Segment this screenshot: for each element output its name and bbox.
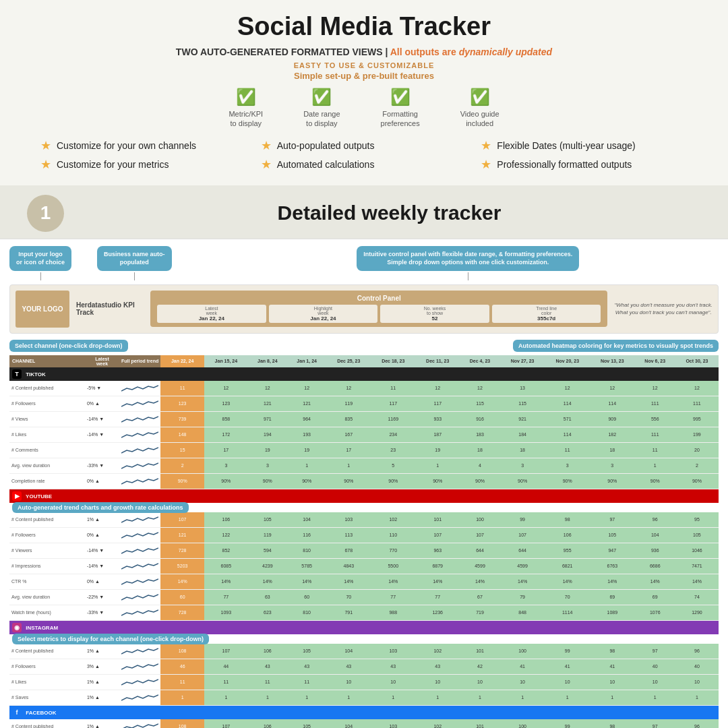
data-cell: 1290 [675, 605, 719, 620]
star-icon-3: ★ [481, 138, 491, 153]
connector-logo [40, 272, 41, 280]
data-cell: 4843 [326, 558, 371, 574]
data-cell: 107 [500, 527, 545, 543]
th-oct30: Oct 30, 23 [675, 355, 719, 367]
metric-name: # Likes [9, 674, 85, 690]
star-icon-2: ★ [261, 138, 272, 153]
data-cell: 18 [500, 442, 545, 458]
cp-field-color[interactable]: Trend linecolor 355c7d [492, 305, 601, 323]
check-icon-date: ✅ [311, 88, 332, 107]
data-cell: 114 [590, 396, 635, 411]
data-cell: 1 [326, 690, 371, 705]
data-cell: 19 [287, 442, 326, 458]
change-cell: 0% ▲ [85, 473, 119, 489]
data-cell: 74 [675, 589, 719, 605]
data-cell: 60 [160, 589, 204, 605]
trend-chart [119, 473, 160, 489]
channel-select-row: Select channel (one-click drop-down) Aut… [9, 338, 719, 354]
data-cell: 114 [545, 396, 590, 411]
cp-field-highlight[interactable]: Highlightweek Jan 22, 24 [269, 305, 378, 323]
data-cell: 6686 [635, 558, 675, 574]
data-cell: 96 [675, 719, 719, 728]
data-cell: 4599 [460, 558, 500, 574]
th-latest: Latestweek [85, 355, 119, 367]
star-icon-5: ★ [261, 157, 272, 172]
data-cell: 835 [326, 411, 371, 427]
icon-item-video: ✅ Video guideincluded [460, 88, 499, 129]
change-cell: 0% ▲ [85, 574, 119, 589]
control-panel-box: Control Panel Latestweek Jan 22, 24 High… [150, 291, 607, 327]
data-cell: 95 [675, 512, 719, 528]
data-cell: 7471 [675, 558, 719, 574]
table-row: # Content published 1% ▲ 108107106105104… [9, 719, 719, 728]
data-cell: 12 [545, 381, 590, 396]
data-cell: 105 [287, 719, 326, 728]
data-cell: 10 [590, 674, 635, 690]
data-cell: 14% [500, 574, 545, 589]
data-cell: 995 [675, 411, 719, 427]
check-icon-metric: ✅ [236, 88, 256, 107]
data-cell: 148 [160, 427, 204, 442]
data-cell: 3 [248, 458, 287, 473]
check-icon-format: ✅ [390, 88, 411, 107]
data-cell: 104 [326, 644, 371, 659]
data-cell: 10 [545, 674, 590, 690]
data-cell: 103 [326, 512, 371, 528]
icon-item-metric: ✅ Metric/KPIto display [229, 88, 263, 129]
trend-chart [119, 690, 160, 705]
data-cell: 106 [248, 719, 287, 728]
metric-name: # Content published [9, 381, 85, 396]
data-cell: 3 [500, 458, 545, 473]
change-cell: -14% ▼ [85, 411, 119, 427]
metrics-select-annotation-row: Select metrics to display for each chann… [9, 634, 719, 644]
data-cell: 43 [415, 659, 460, 674]
cp-fields: Latestweek Jan 22, 24 Highlightweek Jan … [157, 305, 601, 323]
data-cell: 104 [635, 527, 675, 543]
section2-header: 1 Detailed weekly tracker [0, 185, 728, 239]
data-cell: 571 [545, 411, 590, 427]
data-cell: 172 [204, 427, 248, 442]
th-jan1: Jan 1, 24 [287, 355, 326, 367]
data-cell: 594 [248, 543, 287, 558]
trend-chart [119, 427, 160, 442]
data-cell: 1 [287, 458, 326, 473]
data-cell: 90% [460, 473, 500, 489]
bullet-channels: ★ Customize for your own channels [40, 138, 247, 153]
change-cell: -33% ▼ [85, 458, 119, 473]
th-trend: Full period trend [119, 355, 160, 367]
data-cell: 90% [590, 473, 635, 489]
data-cell: 6879 [415, 558, 460, 574]
cp-field-latest[interactable]: Latestweek Jan 22, 24 [157, 305, 266, 323]
data-cell: 1 [590, 690, 635, 705]
data-cell: 98 [590, 719, 635, 728]
cp-field-weeks[interactable]: No. weeksto show 52 [380, 305, 489, 323]
data-cell: 90% [160, 473, 204, 489]
data-cell: 98 [545, 512, 590, 528]
data-cell: 90% [326, 473, 371, 489]
data-cell: 100 [460, 512, 500, 528]
star-icon-6: ★ [481, 157, 491, 172]
data-cell: 14% [460, 574, 500, 589]
data-cell: 14% [160, 574, 204, 589]
data-cell: 105 [287, 644, 326, 659]
data-cell: 6085 [204, 558, 248, 574]
data-cell: 10 [415, 674, 460, 690]
trend-chart [119, 543, 160, 558]
data-cell: 103 [371, 644, 415, 659]
data-cell: 770 [371, 543, 415, 558]
data-cell: 100 [500, 719, 545, 728]
table-row: CTR % 0% ▲ 14%14%14%14%14%14%14%14%14%14… [9, 574, 719, 589]
data-cell: 182 [590, 427, 635, 442]
data-cell: 107 [204, 644, 248, 659]
section-number: 1 [27, 195, 64, 232]
data-cell: 107 [204, 719, 248, 728]
metric-name: # Viewers [9, 543, 85, 558]
data-cell: 1236 [415, 605, 460, 620]
th-jan8: Jan 8, 24 [248, 355, 287, 367]
data-cell: 12 [415, 381, 460, 396]
bullets-section: ★ Customize for your own channels ★ Auto… [27, 133, 701, 177]
change-cell: 0% ▲ [85, 396, 119, 411]
data-cell: 10 [635, 674, 675, 690]
data-cell: 11 [160, 674, 204, 690]
data-cell: 3 [590, 458, 635, 473]
